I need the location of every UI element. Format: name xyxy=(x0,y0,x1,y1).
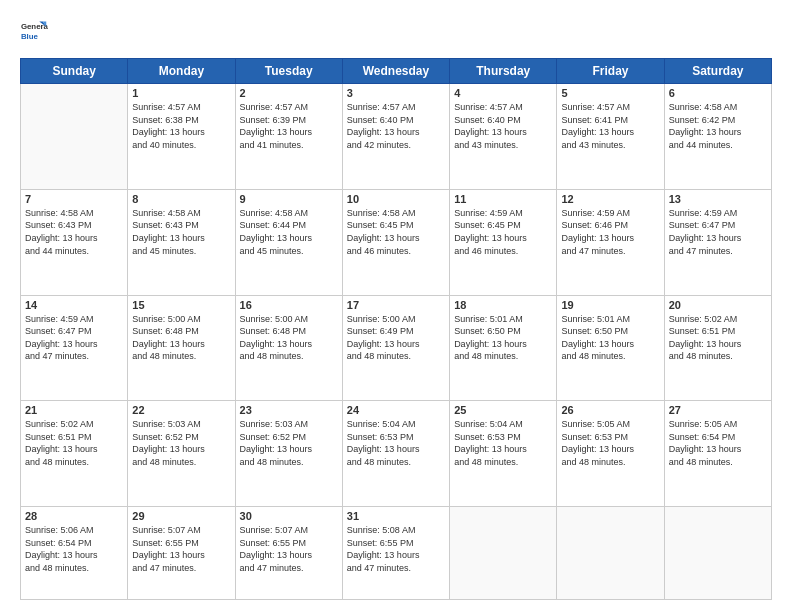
day-number: 29 xyxy=(132,510,230,522)
day-number: 11 xyxy=(454,193,552,205)
calendar-day-cell: 4Sunrise: 4:57 AM Sunset: 6:40 PM Daylig… xyxy=(450,84,557,190)
day-number: 15 xyxy=(132,299,230,311)
calendar-day-cell xyxy=(450,507,557,600)
svg-text:Blue: Blue xyxy=(21,32,39,41)
calendar-week-row: 7Sunrise: 4:58 AM Sunset: 6:43 PM Daylig… xyxy=(21,189,772,295)
day-number: 30 xyxy=(240,510,338,522)
weekday-header-thursday: Thursday xyxy=(450,59,557,84)
day-number: 27 xyxy=(669,404,767,416)
day-info: Sunrise: 4:57 AM Sunset: 6:38 PM Dayligh… xyxy=(132,101,230,151)
day-info: Sunrise: 4:59 AM Sunset: 6:45 PM Dayligh… xyxy=(454,207,552,257)
day-info: Sunrise: 5:00 AM Sunset: 6:49 PM Dayligh… xyxy=(347,313,445,363)
day-info: Sunrise: 4:57 AM Sunset: 6:40 PM Dayligh… xyxy=(347,101,445,151)
calendar-day-cell: 3Sunrise: 4:57 AM Sunset: 6:40 PM Daylig… xyxy=(342,84,449,190)
header: General Blue xyxy=(20,18,772,46)
logo: General Blue xyxy=(20,18,48,46)
day-number: 17 xyxy=(347,299,445,311)
calendar-day-cell: 10Sunrise: 4:58 AM Sunset: 6:45 PM Dayli… xyxy=(342,189,449,295)
calendar-day-cell: 18Sunrise: 5:01 AM Sunset: 6:50 PM Dayli… xyxy=(450,295,557,401)
calendar-table: SundayMondayTuesdayWednesdayThursdayFrid… xyxy=(20,58,772,600)
calendar-day-cell: 6Sunrise: 4:58 AM Sunset: 6:42 PM Daylig… xyxy=(664,84,771,190)
day-info: Sunrise: 5:05 AM Sunset: 6:54 PM Dayligh… xyxy=(669,418,767,468)
day-info: Sunrise: 4:58 AM Sunset: 6:44 PM Dayligh… xyxy=(240,207,338,257)
calendar-day-cell: 28Sunrise: 5:06 AM Sunset: 6:54 PM Dayli… xyxy=(21,507,128,600)
day-number: 21 xyxy=(25,404,123,416)
day-info: Sunrise: 4:59 AM Sunset: 6:47 PM Dayligh… xyxy=(669,207,767,257)
day-info: Sunrise: 5:00 AM Sunset: 6:48 PM Dayligh… xyxy=(240,313,338,363)
day-number: 23 xyxy=(240,404,338,416)
day-number: 19 xyxy=(561,299,659,311)
calendar-day-cell: 30Sunrise: 5:07 AM Sunset: 6:55 PM Dayli… xyxy=(235,507,342,600)
day-number: 10 xyxy=(347,193,445,205)
day-info: Sunrise: 5:08 AM Sunset: 6:55 PM Dayligh… xyxy=(347,524,445,574)
calendar-day-cell xyxy=(557,507,664,600)
day-info: Sunrise: 5:04 AM Sunset: 6:53 PM Dayligh… xyxy=(347,418,445,468)
weekday-header-saturday: Saturday xyxy=(664,59,771,84)
day-number: 25 xyxy=(454,404,552,416)
weekday-header-friday: Friday xyxy=(557,59,664,84)
day-number: 9 xyxy=(240,193,338,205)
day-info: Sunrise: 4:59 AM Sunset: 6:46 PM Dayligh… xyxy=(561,207,659,257)
day-number: 18 xyxy=(454,299,552,311)
day-info: Sunrise: 5:02 AM Sunset: 6:51 PM Dayligh… xyxy=(669,313,767,363)
calendar-day-cell: 7Sunrise: 4:58 AM Sunset: 6:43 PM Daylig… xyxy=(21,189,128,295)
day-number: 24 xyxy=(347,404,445,416)
calendar-week-row: 21Sunrise: 5:02 AM Sunset: 6:51 PM Dayli… xyxy=(21,401,772,507)
day-number: 2 xyxy=(240,87,338,99)
day-info: Sunrise: 5:00 AM Sunset: 6:48 PM Dayligh… xyxy=(132,313,230,363)
calendar-day-cell: 22Sunrise: 5:03 AM Sunset: 6:52 PM Dayli… xyxy=(128,401,235,507)
day-info: Sunrise: 5:04 AM Sunset: 6:53 PM Dayligh… xyxy=(454,418,552,468)
day-info: Sunrise: 4:58 AM Sunset: 6:45 PM Dayligh… xyxy=(347,207,445,257)
calendar-day-cell: 27Sunrise: 5:05 AM Sunset: 6:54 PM Dayli… xyxy=(664,401,771,507)
logo-icon: General Blue xyxy=(20,18,48,46)
calendar-day-cell: 9Sunrise: 4:58 AM Sunset: 6:44 PM Daylig… xyxy=(235,189,342,295)
day-info: Sunrise: 4:58 AM Sunset: 6:42 PM Dayligh… xyxy=(669,101,767,151)
calendar-day-cell: 23Sunrise: 5:03 AM Sunset: 6:52 PM Dayli… xyxy=(235,401,342,507)
day-number: 12 xyxy=(561,193,659,205)
calendar-day-cell: 13Sunrise: 4:59 AM Sunset: 6:47 PM Dayli… xyxy=(664,189,771,295)
weekday-header-row: SundayMondayTuesdayWednesdayThursdayFrid… xyxy=(21,59,772,84)
day-number: 31 xyxy=(347,510,445,522)
day-info: Sunrise: 5:03 AM Sunset: 6:52 PM Dayligh… xyxy=(132,418,230,468)
day-info: Sunrise: 4:57 AM Sunset: 6:40 PM Dayligh… xyxy=(454,101,552,151)
day-number: 8 xyxy=(132,193,230,205)
calendar-week-row: 28Sunrise: 5:06 AM Sunset: 6:54 PM Dayli… xyxy=(21,507,772,600)
weekday-header-sunday: Sunday xyxy=(21,59,128,84)
calendar-day-cell: 12Sunrise: 4:59 AM Sunset: 6:46 PM Dayli… xyxy=(557,189,664,295)
calendar-day-cell: 14Sunrise: 4:59 AM Sunset: 6:47 PM Dayli… xyxy=(21,295,128,401)
calendar-day-cell: 24Sunrise: 5:04 AM Sunset: 6:53 PM Dayli… xyxy=(342,401,449,507)
calendar-day-cell: 19Sunrise: 5:01 AM Sunset: 6:50 PM Dayli… xyxy=(557,295,664,401)
calendar-day-cell: 17Sunrise: 5:00 AM Sunset: 6:49 PM Dayli… xyxy=(342,295,449,401)
day-info: Sunrise: 5:02 AM Sunset: 6:51 PM Dayligh… xyxy=(25,418,123,468)
day-number: 14 xyxy=(25,299,123,311)
weekday-header-monday: Monday xyxy=(128,59,235,84)
calendar-day-cell: 21Sunrise: 5:02 AM Sunset: 6:51 PM Dayli… xyxy=(21,401,128,507)
day-info: Sunrise: 4:58 AM Sunset: 6:43 PM Dayligh… xyxy=(132,207,230,257)
calendar-week-row: 1Sunrise: 4:57 AM Sunset: 6:38 PM Daylig… xyxy=(21,84,772,190)
calendar-day-cell xyxy=(664,507,771,600)
day-info: Sunrise: 5:01 AM Sunset: 6:50 PM Dayligh… xyxy=(561,313,659,363)
day-info: Sunrise: 5:01 AM Sunset: 6:50 PM Dayligh… xyxy=(454,313,552,363)
day-info: Sunrise: 5:07 AM Sunset: 6:55 PM Dayligh… xyxy=(132,524,230,574)
calendar-day-cell: 25Sunrise: 5:04 AM Sunset: 6:53 PM Dayli… xyxy=(450,401,557,507)
day-number: 13 xyxy=(669,193,767,205)
calendar-week-row: 14Sunrise: 4:59 AM Sunset: 6:47 PM Dayli… xyxy=(21,295,772,401)
calendar-day-cell: 5Sunrise: 4:57 AM Sunset: 6:41 PM Daylig… xyxy=(557,84,664,190)
calendar-day-cell: 1Sunrise: 4:57 AM Sunset: 6:38 PM Daylig… xyxy=(128,84,235,190)
page: General Blue SundayMondayTuesdayWednesda… xyxy=(0,0,792,612)
calendar-day-cell: 20Sunrise: 5:02 AM Sunset: 6:51 PM Dayli… xyxy=(664,295,771,401)
day-info: Sunrise: 4:59 AM Sunset: 6:47 PM Dayligh… xyxy=(25,313,123,363)
day-number: 20 xyxy=(669,299,767,311)
calendar-day-cell: 2Sunrise: 4:57 AM Sunset: 6:39 PM Daylig… xyxy=(235,84,342,190)
day-number: 26 xyxy=(561,404,659,416)
day-info: Sunrise: 4:57 AM Sunset: 6:39 PM Dayligh… xyxy=(240,101,338,151)
weekday-header-wednesday: Wednesday xyxy=(342,59,449,84)
calendar-day-cell: 8Sunrise: 4:58 AM Sunset: 6:43 PM Daylig… xyxy=(128,189,235,295)
day-info: Sunrise: 5:05 AM Sunset: 6:53 PM Dayligh… xyxy=(561,418,659,468)
weekday-header-tuesday: Tuesday xyxy=(235,59,342,84)
calendar-day-cell xyxy=(21,84,128,190)
day-number: 7 xyxy=(25,193,123,205)
day-number: 5 xyxy=(561,87,659,99)
calendar-day-cell: 15Sunrise: 5:00 AM Sunset: 6:48 PM Dayli… xyxy=(128,295,235,401)
day-info: Sunrise: 5:06 AM Sunset: 6:54 PM Dayligh… xyxy=(25,524,123,574)
